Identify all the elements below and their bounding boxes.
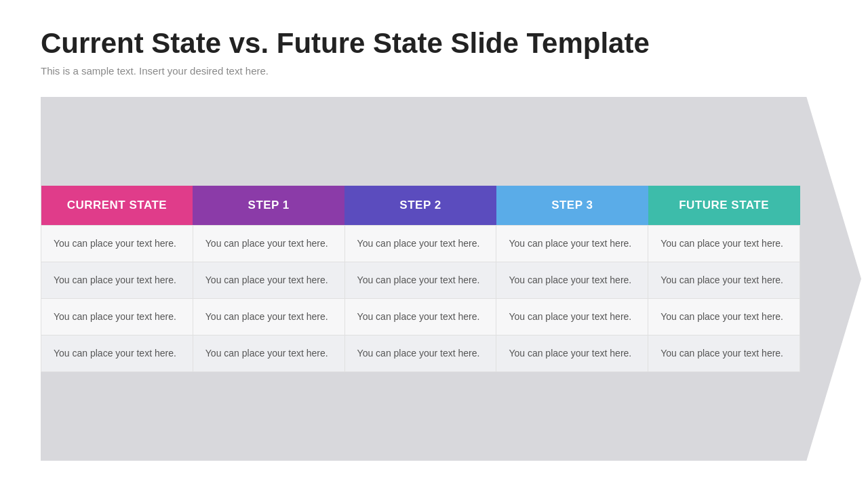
- table-cell-r1-c0: You can place your text here.: [41, 262, 193, 299]
- table-cell-r3-c1: You can place your text here.: [193, 336, 344, 372]
- main-table: CURRENT STATESTEP 1STEP 2STEP 3FUTURE ST…: [41, 186, 800, 372]
- table-cell-r0-c3: You can place your text here.: [496, 226, 648, 262]
- table-row: You can place your text here.You can pla…: [41, 262, 800, 299]
- table-cell-r2-c3: You can place your text here.: [496, 299, 648, 336]
- table-row: You can place your text here.You can pla…: [41, 336, 800, 372]
- table-cell-r3-c0: You can place your text here.: [41, 336, 193, 372]
- table-header-row: CURRENT STATESTEP 1STEP 2STEP 3FUTURE ST…: [41, 186, 800, 226]
- table-cell-r2-c2: You can place your text here.: [344, 299, 496, 336]
- table-cell-r2-c4: You can place your text here.: [648, 299, 800, 336]
- col-header-current: CURRENT STATE: [41, 186, 193, 226]
- table-cell-r0-c1: You can place your text here.: [193, 226, 344, 262]
- table-cell-r3-c2: You can place your text here.: [344, 336, 496, 372]
- table-cell-r1-c2: You can place your text here.: [344, 262, 496, 299]
- col-header-step3: STEP 3: [496, 186, 648, 226]
- table-cell-r3-c3: You can place your text here.: [496, 336, 648, 372]
- table-row: You can place your text here.You can pla…: [41, 299, 800, 336]
- table-wrapper: CURRENT STATESTEP 1STEP 2STEP 3FUTURE ST…: [41, 97, 827, 461]
- page-subtitle: This is a sample text. Insert your desir…: [41, 65, 827, 77]
- page-title: Current State vs. Future State Slide Tem…: [41, 27, 827, 60]
- table-cell-r3-c4: You can place your text here.: [648, 336, 800, 372]
- table-cell-r2-c1: You can place your text here.: [193, 299, 344, 336]
- table-body: You can place your text here.You can pla…: [41, 226, 800, 372]
- table-cell-r0-c2: You can place your text here.: [344, 226, 496, 262]
- table-cell-r1-c3: You can place your text here.: [496, 262, 648, 299]
- table-cell-r0-c0: You can place your text here.: [41, 226, 193, 262]
- col-header-step1: STEP 1: [193, 186, 344, 226]
- col-header-step2: STEP 2: [344, 186, 496, 226]
- table-row: You can place your text here.You can pla…: [41, 226, 800, 262]
- table-cell-r2-c0: You can place your text here.: [41, 299, 193, 336]
- table-cell-r0-c4: You can place your text here.: [648, 226, 800, 262]
- col-header-future: FUTURE STATE: [648, 186, 800, 226]
- table-cell-r1-c1: You can place your text here.: [193, 262, 344, 299]
- table-cell-r1-c4: You can place your text here.: [648, 262, 800, 299]
- table-container: CURRENT STATESTEP 1STEP 2STEP 3FUTURE ST…: [41, 186, 800, 372]
